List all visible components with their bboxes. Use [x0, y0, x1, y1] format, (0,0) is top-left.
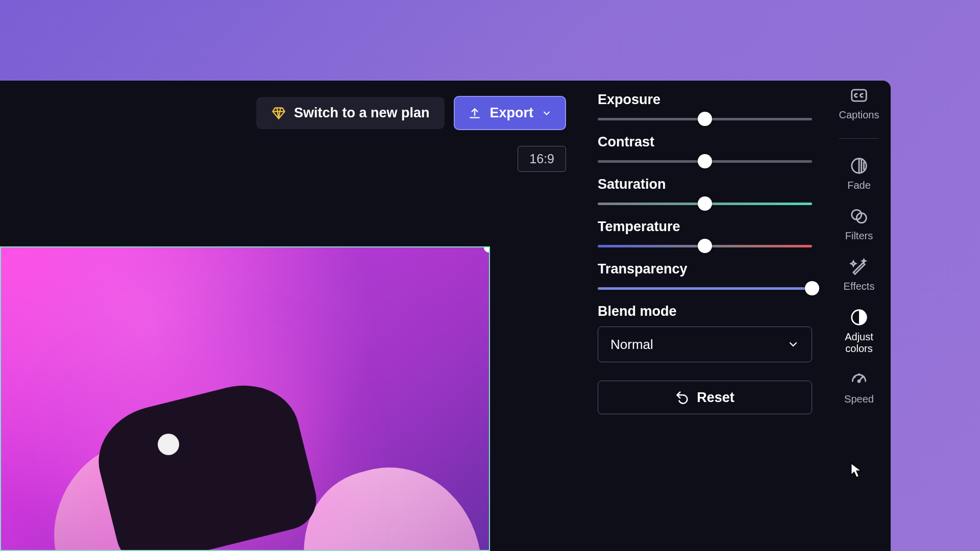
- temperature-slider[interactable]: [598, 242, 812, 250]
- undo-icon: [675, 390, 690, 405]
- blend-mode-group: Blend mode Normal: [598, 304, 812, 362]
- contrast-slider[interactable]: [598, 157, 812, 165]
- transparency-label: Transparency: [598, 261, 812, 277]
- reset-button[interactable]: Reset: [598, 381, 812, 414]
- adjust-panel: Exposure Contrast Saturation Temperature: [582, 81, 827, 551]
- transparency-group: Transparency: [598, 261, 812, 292]
- rail-item-adjust-colors[interactable]: Adjust colors: [827, 308, 891, 355]
- exposure-group: Exposure: [598, 92, 812, 123]
- exposure-label: Exposure: [598, 92, 812, 108]
- switch-plan-label: Switch to a new plan: [294, 105, 430, 121]
- slider-thumb[interactable]: [698, 154, 712, 168]
- export-label: Export: [489, 105, 533, 121]
- reset-label: Reset: [697, 390, 734, 406]
- app-window: Switch to a new plan Export 16:9 Exposur…: [0, 81, 891, 551]
- chevron-down-icon: [787, 338, 799, 350]
- adjust-colors-icon: [849, 308, 869, 327]
- slider-thumb[interactable]: [698, 196, 712, 211]
- contrast-group: Contrast: [598, 134, 812, 165]
- export-button[interactable]: Export: [454, 96, 566, 130]
- blend-mode-value: Normal: [610, 337, 653, 353]
- captions-icon: [849, 86, 869, 105]
- blend-mode-label: Blend mode: [598, 304, 812, 319]
- svg-point-5: [858, 380, 860, 382]
- rail-item-effects[interactable]: Effects: [827, 257, 891, 292]
- switch-plan-button[interactable]: Switch to a new plan: [256, 97, 445, 129]
- rail-divider: [839, 138, 879, 139]
- rail-label: Filters: [845, 230, 873, 242]
- temperature-group: Temperature: [598, 219, 812, 250]
- slider-thumb[interactable]: [698, 112, 712, 126]
- contrast-label: Contrast: [598, 134, 812, 150]
- topbar: Switch to a new plan Export: [256, 96, 566, 130]
- rail-label: Fade: [847, 180, 871, 191]
- diamond-icon: [272, 106, 286, 120]
- slider-thumb[interactable]: [698, 239, 712, 253]
- rail-label: Effects: [844, 281, 875, 292]
- aspect-ratio-label: 16:9: [529, 152, 554, 166]
- rail-label: Speed: [844, 393, 874, 405]
- saturation-group: Saturation: [598, 177, 812, 208]
- temperature-label: Temperature: [598, 219, 812, 235]
- fade-icon: [849, 156, 869, 176]
- slider-thumb[interactable]: [805, 281, 819, 295]
- video-preview[interactable]: [0, 246, 490, 551]
- rail-label: Captions: [839, 109, 879, 121]
- tool-rail: Captions Fade Filters Effects Adjust col…: [827, 81, 891, 551]
- rail-item-fade[interactable]: Fade: [827, 156, 891, 191]
- effects-icon: [849, 257, 869, 277]
- transparency-slider[interactable]: [598, 284, 812, 292]
- rail-item-captions[interactable]: Captions: [827, 86, 891, 121]
- saturation-slider[interactable]: [598, 199, 812, 208]
- rail-item-speed[interactable]: Speed: [827, 370, 891, 405]
- saturation-label: Saturation: [598, 177, 812, 192]
- xbox-logo-icon: [158, 434, 179, 455]
- chevron-down-icon: [542, 108, 552, 118]
- filters-icon: [849, 207, 869, 226]
- exposure-slider[interactable]: [598, 115, 812, 123]
- main-canvas-area: Switch to a new plan Export 16:9: [0, 81, 582, 551]
- rail-label: Adjust colors: [839, 331, 879, 355]
- aspect-ratio-button[interactable]: 16:9: [518, 146, 566, 172]
- upload-icon: [468, 107, 481, 120]
- speed-icon: [849, 370, 869, 389]
- rail-item-filters[interactable]: Filters: [827, 207, 891, 242]
- blend-mode-select[interactable]: Normal: [598, 327, 812, 362]
